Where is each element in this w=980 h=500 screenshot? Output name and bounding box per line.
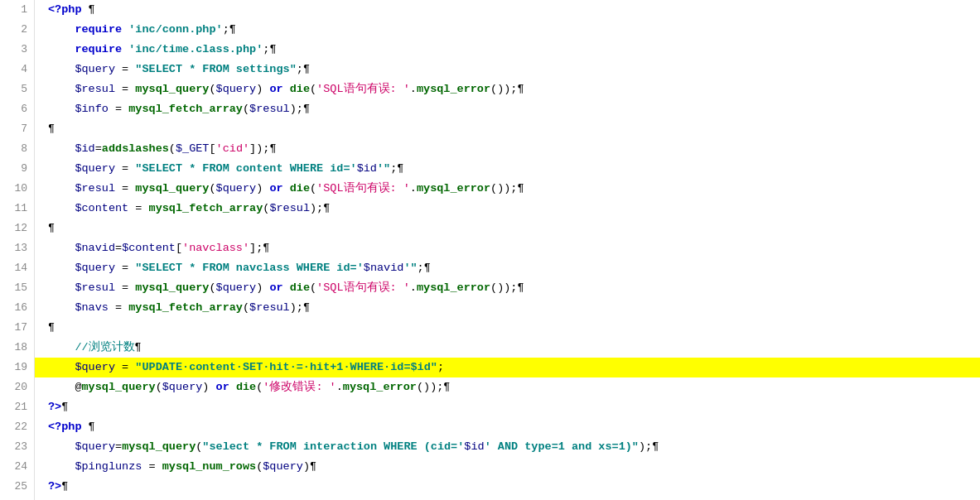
line-23: 23 [0, 437, 34, 457]
code-line-16: $navs = mysql_fetch_array($resul);¶ [35, 298, 980, 318]
code-line-23: $query=mysql_query("select * FROM intera… [35, 437, 980, 457]
line-6: 6 [0, 99, 34, 119]
line-4: 4 [0, 60, 34, 79]
line-21: 21 [0, 397, 34, 417]
code-line-22: <?php ¶ [35, 417, 980, 437]
line-17: 17 [0, 318, 34, 338]
code-line-24: $pinglunzs = mysql_num_rows($query)¶ [35, 457, 980, 477]
code-line-17: ¶ [35, 318, 980, 338]
code-line-13: $navid=$content['navclass'];¶ [35, 238, 980, 258]
code-line-7: ¶ [35, 119, 980, 139]
line-20: 20 [0, 377, 34, 397]
line-8: 8 [0, 139, 34, 159]
line-18: 18 [0, 338, 34, 358]
line-7: 7 [0, 119, 34, 139]
line-1: 1 [0, 0, 34, 20]
line-25: 25 [0, 477, 34, 497]
line-22: 22 [0, 417, 34, 437]
code-line-20: @mysql_query($query) or die('修改错误: '.mys… [35, 377, 980, 397]
line-24: 24 [0, 457, 34, 477]
code-line-21: ?>¶ [35, 397, 980, 417]
line-numbers: 1 2 3 4 5 6 7 8 9 10 11 12 13 14 15 16 1… [0, 0, 35, 500]
code-line-9: $query = "SELECT * FROM content WHERE id… [35, 159, 980, 179]
code-line-2: require 'inc/conn.php';¶ [35, 20, 980, 40]
code-line-1: <?php ¶ [35, 0, 980, 20]
code-line-15: $resul = mysql_query($query) or die('SQL… [35, 278, 980, 298]
line-15: 15 [0, 278, 34, 298]
line-5: 5 [0, 79, 34, 99]
code-line-8: $id=addslashes($_GET['cid']);¶ [35, 139, 980, 159]
code-line-25: ?>¶ [35, 477, 980, 497]
line-14: 14 [0, 258, 34, 278]
line-13: 13 [0, 238, 34, 258]
line-10: 10 [0, 179, 34, 199]
line-11: 11 [0, 199, 34, 219]
line-12: 12 [0, 219, 34, 238]
code-editor: 1 2 3 4 5 6 7 8 9 10 11 12 13 14 15 16 1… [0, 0, 980, 500]
line-3: 3 [0, 40, 34, 60]
line-2: 2 [0, 20, 34, 40]
code-line-12: ¶ [35, 219, 980, 238]
code-line-6: $info = mysql_fetch_array($resul);¶ [35, 99, 980, 119]
code-line-18: //浏览计数¶ [35, 338, 980, 358]
code-line-19: $query = "UPDATE·content·SET·hit·=·hit+1… [35, 358, 980, 377]
line-9: 9 [0, 159, 34, 179]
code-content[interactable]: <?php ¶ require 'inc/conn.php';¶ require… [35, 0, 980, 500]
line-16: 16 [0, 298, 34, 318]
code-line-14: $query = "SELECT * FROM navclass WHERE i… [35, 258, 980, 278]
code-line-10: $resul = mysql_query($query) or die('SQL… [35, 179, 980, 199]
code-line-11: $content = mysql_fetch_array($resul);¶ [35, 199, 980, 219]
code-line-4: $query = "SELECT * FROM settings";¶ [35, 60, 980, 79]
code-line-3: require 'inc/time.class.php';¶ [35, 40, 980, 60]
code-line-5: $resul = mysql_query($query) or die('SQL… [35, 79, 980, 99]
line-19: 19 [0, 358, 34, 377]
